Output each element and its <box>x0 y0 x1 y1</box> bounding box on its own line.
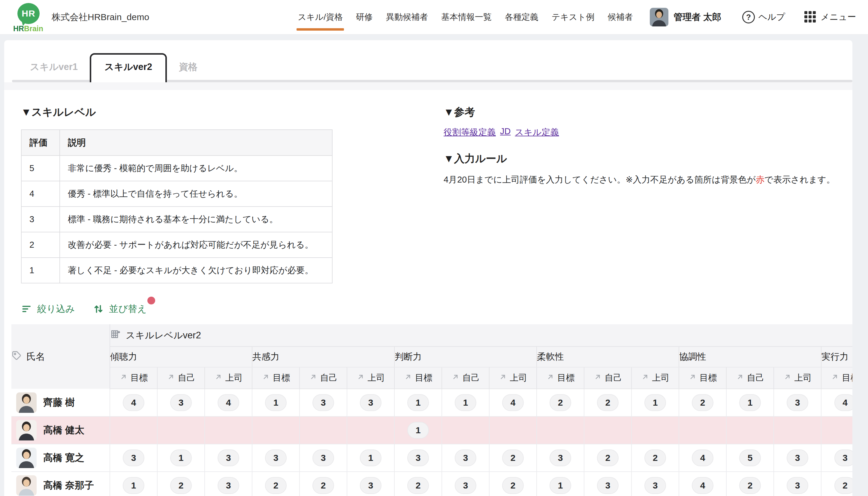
score-cell[interactable]: 2 <box>489 472 537 496</box>
score-chip[interactable]: 3 <box>455 449 476 466</box>
score-cell[interactable]: 3 <box>631 472 679 496</box>
score-cell[interactable]: 3 <box>442 444 489 472</box>
score-cell[interactable]: 4 <box>679 444 726 472</box>
score-cell[interactable]: 3 <box>347 389 394 416</box>
score-cell[interactable] <box>347 416 394 444</box>
score-cell[interactable]: 1 <box>252 389 300 416</box>
subheader-12[interactable]: 目標 <box>679 367 726 389</box>
sort-button[interactable]: 並び替え <box>93 303 146 315</box>
score-cell[interactable] <box>489 416 537 444</box>
score-cell[interactable] <box>110 416 157 444</box>
score-chip[interactable]: 2 <box>597 394 619 411</box>
score-chip[interactable]: 2 <box>407 477 429 494</box>
reference-link-1[interactable]: JD <box>500 126 510 138</box>
score-chip[interactable]: 1 <box>407 394 429 411</box>
employee-name-cell[interactable]: 齊藤 樹 <box>11 389 110 416</box>
score-chip[interactable]: 3 <box>787 477 808 494</box>
score-chip[interactable]: 4 <box>502 394 524 411</box>
score-cell[interactable]: 2 <box>537 389 584 416</box>
score-chip[interactable]: 2 <box>313 477 334 494</box>
score-chip[interactable]: 3 <box>170 394 192 411</box>
table-plus-icon[interactable] <box>110 329 121 342</box>
score-chip[interactable]: 3 <box>407 449 429 466</box>
score-cell[interactable]: 2 <box>157 472 205 496</box>
score-cell[interactable]: 2 <box>394 472 442 496</box>
subheader-7[interactable]: 自己 <box>442 367 489 389</box>
reference-link-2[interactable]: スキル定義 <box>515 126 559 138</box>
score-cell[interactable]: 1 <box>537 472 584 496</box>
score-cell[interactable] <box>726 416 774 444</box>
score-cell[interactable] <box>631 416 679 444</box>
score-chip[interactable]: 3 <box>455 477 476 494</box>
subheader-2[interactable]: 上司 <box>205 367 252 389</box>
score-chip[interactable]: 3 <box>218 449 239 466</box>
score-cell[interactable]: 5 <box>726 444 774 472</box>
score-cell[interactable]: 3 <box>584 472 631 496</box>
score-cell[interactable] <box>252 416 300 444</box>
score-chip[interactable]: 2 <box>170 477 192 494</box>
nav-item-6[interactable]: 候補者 <box>608 9 633 26</box>
subheader-15[interactable]: 目標 <box>821 367 852 389</box>
subheader-3[interactable]: 目標 <box>252 367 300 389</box>
score-chip[interactable]: 3 <box>360 477 381 494</box>
score-cell[interactable] <box>821 416 852 444</box>
score-chip[interactable]: 1 <box>407 422 429 439</box>
hrbrain-logo[interactable]: HR HRBrain <box>12 1 46 34</box>
score-cell[interactable]: 2 <box>584 444 631 472</box>
nav-item-3[interactable]: 基本情報一覧 <box>441 9 492 26</box>
score-cell[interactable]: 3 <box>347 472 394 496</box>
score-cell[interactable]: 3 <box>442 472 489 496</box>
score-cell[interactable] <box>205 416 252 444</box>
score-chip[interactable]: 1 <box>550 477 571 494</box>
score-cell[interactable]: 3 <box>537 444 584 472</box>
score-cell[interactable]: 3 <box>252 444 300 472</box>
subheader-9[interactable]: 目標 <box>537 367 584 389</box>
score-chip[interactable]: 3 <box>550 449 571 466</box>
score-cell[interactable]: 4 <box>110 389 157 416</box>
score-chip[interactable]: 2 <box>692 394 713 411</box>
subheader-1[interactable]: 自己 <box>157 367 205 389</box>
nav-item-1[interactable]: 研修 <box>356 9 373 26</box>
score-cell[interactable] <box>157 416 205 444</box>
score-cell[interactable] <box>442 416 489 444</box>
menu-button[interactable]: メニュー <box>804 11 856 23</box>
score-chip[interactable]: 3 <box>313 449 334 466</box>
nav-item-5[interactable]: テキスト例 <box>552 9 595 26</box>
score-cell[interactable]: 2 <box>821 472 852 496</box>
user-menu[interactable]: 管理者 太郎 <box>650 8 721 27</box>
score-chip[interactable]: 3 <box>787 449 808 466</box>
score-cell[interactable]: 1 <box>442 389 489 416</box>
score-cell[interactable]: 1 <box>726 389 774 416</box>
score-chip[interactable]: 1 <box>265 394 287 411</box>
score-cell[interactable]: 3 <box>205 472 252 496</box>
subheader-4[interactable]: 自己 <box>300 367 347 389</box>
score-chip[interactable]: 4 <box>692 449 713 466</box>
subheader-14[interactable]: 上司 <box>774 367 821 389</box>
score-cell[interactable]: 3 <box>300 444 347 472</box>
score-cell[interactable]: 2 <box>489 444 537 472</box>
score-cell[interactable] <box>679 416 726 444</box>
tab-shikaku[interactable]: 資格 <box>167 61 209 82</box>
subheader-10[interactable]: 自己 <box>584 367 631 389</box>
score-chip[interactable]: 2 <box>550 394 571 411</box>
score-chip[interactable]: 4 <box>834 394 852 411</box>
score-chip[interactable]: 3 <box>834 449 852 466</box>
score-chip[interactable]: 3 <box>265 449 287 466</box>
score-chip[interactable]: 2 <box>597 449 619 466</box>
score-chip[interactable]: 3 <box>787 394 808 411</box>
score-chip[interactable]: 1 <box>170 449 192 466</box>
score-cell[interactable]: 3 <box>774 389 821 416</box>
subheader-5[interactable]: 上司 <box>347 367 394 389</box>
score-chip[interactable]: 3 <box>123 449 144 466</box>
score-cell[interactable]: 2 <box>252 472 300 496</box>
score-chip[interactable]: 2 <box>644 449 666 466</box>
score-chip[interactable]: 2 <box>502 477 524 494</box>
nav-item-2[interactable]: 異動候補者 <box>386 9 428 26</box>
score-cell[interactable]: 4 <box>489 389 537 416</box>
subheader-8[interactable]: 上司 <box>489 367 537 389</box>
score-chip[interactable]: 4 <box>692 477 713 494</box>
nav-item-4[interactable]: 各種定義 <box>505 9 538 26</box>
score-cell[interactable]: 3 <box>394 444 442 472</box>
score-chip[interactable]: 3 <box>218 477 239 494</box>
score-chip[interactable]: 1 <box>455 394 476 411</box>
